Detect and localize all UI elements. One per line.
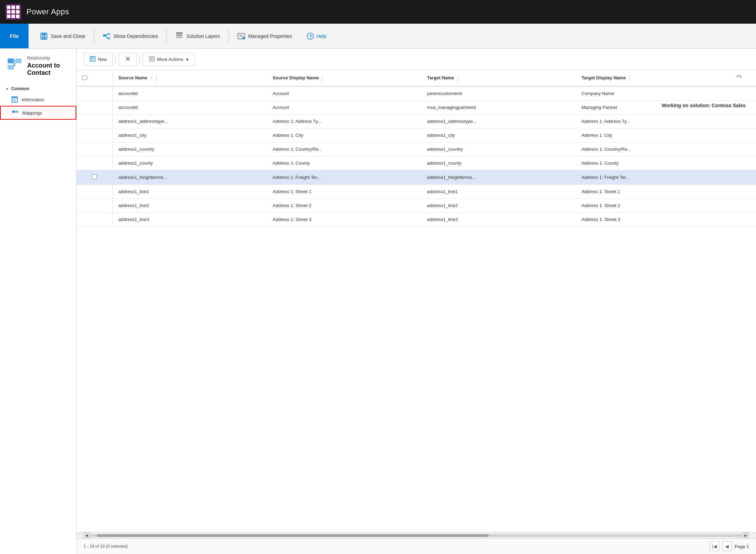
row-checkbox-cell[interactable] — [77, 199, 112, 213]
svg-rect-23 — [12, 111, 15, 113]
information-nav-label: Information — [22, 97, 44, 102]
source-display-cell: Address 1: County — [267, 156, 421, 170]
more-actions-button[interactable]: More Actions ▼ — [143, 53, 195, 66]
ribbon-actions: Save and Close Show Dependencies — [29, 24, 339, 48]
new-button-label: New — [98, 57, 107, 62]
source-display-cell: Address 1: Address Ty... — [267, 114, 421, 128]
sidebar-item-information[interactable]: Information — [0, 93, 76, 106]
row-action-cell — [730, 185, 756, 199]
table-row[interactable]: accountid Account parentcustomerid Compa… — [77, 86, 756, 101]
table-row[interactable]: address1_country Address 1: Country/Re..… — [77, 142, 756, 156]
row-checkbox-cell[interactable] — [77, 213, 112, 227]
col-sep-2 — [322, 75, 322, 81]
prev-page-button[interactable]: ◀ — [722, 541, 732, 551]
ribbon-sep-2 — [166, 29, 167, 43]
row-checkbox-cell[interactable] — [77, 101, 112, 114]
target-display-cell: Address 1: Country/Re... — [576, 142, 730, 156]
mappings-table-container[interactable]: Source Name ↑ Source Display Name Target… — [77, 70, 756, 532]
record-count: 1 - 19 of 19 (0 selected) — [84, 544, 128, 549]
target-display-cell: Company Name — [576, 86, 730, 101]
select-all-checkbox[interactable] — [82, 75, 87, 80]
source-name-cell: address1_city — [112, 128, 267, 142]
table-row[interactable]: address1_line1 Address 1: Street 1 addre… — [77, 185, 756, 199]
hscroll-right-button[interactable]: ▶ — [743, 532, 749, 539]
target-name-cell: address1_county — [421, 156, 576, 170]
hscroll-thumb[interactable] — [97, 534, 489, 537]
mappings-table: Source Name ↑ Source Display Name Target… — [77, 70, 756, 227]
help-icon: ? — [306, 32, 314, 40]
row-action-cell — [730, 114, 756, 128]
file-button[interactable]: File — [0, 24, 29, 48]
row-action-cell — [730, 142, 756, 156]
row-checkbox-cell[interactable] — [77, 156, 112, 170]
table-row[interactable]: address1_line2 Address 1: Street 2 addre… — [77, 199, 756, 213]
source-display-label: Source Display Name — [273, 75, 319, 80]
mappings-nav-label: Mappings — [22, 110, 42, 116]
source-display-cell: Address 1: Street 1 — [267, 185, 421, 199]
table-row[interactable]: accountid Account msa_managingpartnerid … — [77, 101, 756, 114]
refresh-header[interactable] — [730, 70, 756, 86]
target-display-cell: Address 1: Street 2 — [576, 199, 730, 213]
svg-rect-4 — [103, 34, 106, 37]
row-checkbox-cell[interactable] — [77, 170, 112, 185]
content-toolbar: New — [77, 49, 756, 70]
waffle-icon — [7, 6, 20, 18]
managed-properties-button[interactable]: Managed Properties — [232, 26, 298, 47]
more-actions-icon — [149, 56, 155, 63]
row-checkbox-cell[interactable] — [77, 114, 112, 128]
source-name-cell: address1_county — [112, 156, 267, 170]
target-name-cell: address1_city — [421, 128, 576, 142]
row-checkbox-cell[interactable] — [77, 128, 112, 142]
table-row[interactable]: address1_addresstype... Address 1: Addre… — [77, 114, 756, 128]
svg-rect-5 — [107, 33, 110, 35]
row-checkbox-cell[interactable] — [77, 185, 112, 199]
source-display-header[interactable]: Source Display Name — [267, 70, 421, 86]
svg-rect-9 — [176, 34, 182, 36]
show-dependencies-button[interactable]: Show Dependencies — [97, 26, 164, 47]
hscroll-area[interactable]: ◀ ▶ — [77, 532, 756, 538]
delete-icon — [125, 56, 131, 63]
solution-layers-button[interactable]: Solution Layers — [170, 26, 226, 47]
toolbar-sep-2 — [140, 55, 140, 64]
source-display-cell: Account — [267, 101, 421, 114]
source-name-cell: accountid — [112, 101, 267, 114]
select-all-header[interactable] — [77, 70, 112, 86]
table-row[interactable]: address1_line3 Address 1: Street 3 addre… — [77, 213, 756, 227]
delete-button[interactable] — [119, 53, 137, 66]
svg-line-7 — [106, 34, 107, 35]
help-button[interactable]: ? Help — [299, 26, 334, 47]
target-name-header[interactable]: Target Name — [421, 70, 576, 86]
dependencies-icon — [102, 32, 111, 40]
hscroll-left-button[interactable]: ◀ — [84, 532, 90, 539]
new-button[interactable]: New — [84, 53, 113, 66]
target-display-cell: Address 1: Address Ty... — [576, 114, 730, 128]
table-row[interactable]: address1_freightterms... Address 1: Frei… — [77, 170, 756, 185]
entity-type-label: Relationship — [27, 56, 69, 61]
first-page-button[interactable]: |◀ — [710, 541, 719, 551]
table-row[interactable]: address1_county Address 1: County addres… — [77, 156, 756, 170]
svg-rect-11 — [176, 32, 182, 34]
nav-chevron-icon: ▼ — [6, 87, 9, 91]
save-close-button[interactable]: Save and Close — [34, 26, 91, 47]
managed-props-icon — [237, 32, 245, 40]
row-action-cell — [730, 101, 756, 114]
row-checkbox-cell[interactable] — [77, 86, 112, 101]
target-display-label: Target Display Name — [582, 75, 626, 80]
app-logo[interactable] — [6, 4, 21, 19]
ribbon-sep-1 — [94, 29, 94, 43]
source-display-cell: Address 1: Street 2 — [267, 199, 421, 213]
svg-rect-16 — [8, 58, 14, 63]
row-checkbox[interactable] — [92, 174, 97, 179]
target-name-cell: address1_freightterms... — [421, 170, 576, 185]
dropdown-arrow-icon: ▼ — [185, 57, 189, 62]
show-dependencies-label: Show Dependencies — [114, 33, 158, 39]
sidebar-item-mappings[interactable]: Mappings — [0, 106, 76, 120]
content-area: Working on solution: Contoso Sales New — [77, 49, 756, 554]
source-name-header[interactable]: Source Name ↑ — [112, 70, 267, 86]
row-checkbox-cell[interactable] — [77, 142, 112, 156]
target-display-header[interactable]: Target Display Name — [576, 70, 730, 86]
sort-asc-icon: ↑ — [151, 76, 153, 80]
hscroll-track[interactable] — [90, 534, 743, 537]
table-row[interactable]: address1_city Address 1: City address1_c… — [77, 128, 756, 142]
target-name-cell: address1_line3 — [421, 213, 576, 227]
